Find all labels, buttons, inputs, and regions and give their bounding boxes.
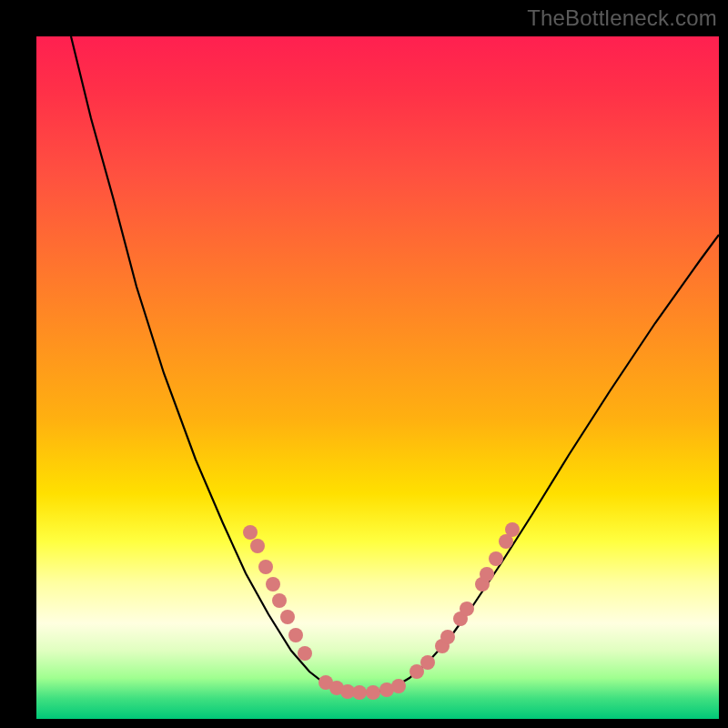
data-marker: [280, 610, 295, 624]
data-marker: [391, 679, 406, 693]
watermark: TheBottleneck.com: [527, 5, 717, 31]
data-marker: [480, 567, 494, 581]
data-marker: [298, 646, 312, 661]
data-marker: [435, 639, 450, 653]
data-marker: [379, 682, 394, 697]
data-marker: [460, 602, 474, 616]
data-marker: [250, 539, 265, 553]
bottleneck-curve: [36, 36, 719, 719]
data-marker: [288, 628, 303, 642]
data-marker: [329, 681, 344, 695]
chart-container: TheBottleneck.com: [0, 0, 728, 728]
data-marker: [505, 522, 520, 537]
data-marker: [453, 612, 468, 626]
data-marker: [475, 577, 490, 592]
data-marker: [489, 551, 503, 566]
data-marker: [420, 655, 435, 670]
data-marker: [318, 675, 333, 690]
data-marker: [499, 534, 513, 549]
data-marker: [366, 685, 380, 700]
plot-area: [36, 36, 719, 719]
data-marker: [243, 525, 258, 540]
data-marker: [352, 685, 367, 700]
data-marker: [410, 664, 424, 679]
data-marker: [340, 684, 355, 699]
data-marker: [258, 560, 273, 574]
data-marker: [272, 593, 287, 608]
data-marker: [266, 577, 280, 592]
data-marker: [440, 630, 455, 644]
